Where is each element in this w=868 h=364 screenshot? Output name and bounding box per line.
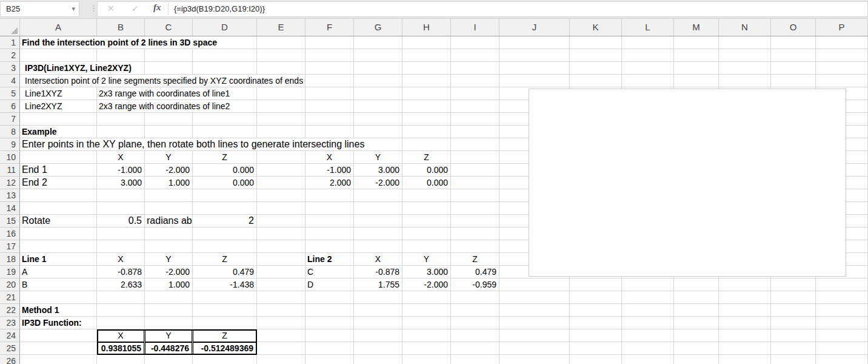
- cell-B25[interactable]: 0.9381055: [97, 342, 144, 355]
- cell-D20[interactable]: -1.438: [193, 278, 256, 291]
- column-header-P[interactable]: P: [816, 19, 868, 36]
- row-header-19[interactable]: 19: [0, 266, 20, 278]
- row-header-3[interactable]: 3: [0, 62, 20, 75]
- cell-I20[interactable]: -0.959: [451, 278, 499, 291]
- row-header-12[interactable]: 12: [0, 177, 20, 189]
- cell-C24[interactable]: Y: [145, 329, 192, 342]
- cell-D15[interactable]: 2: [193, 215, 256, 227]
- column-header-F[interactable]: F: [305, 19, 354, 36]
- formula-input-area[interactable]: ✕ ✓ fx {=ip3d(B19:D20,G19:I20)}: [97, 1, 868, 17]
- row-header-1[interactable]: 1: [0, 36, 20, 49]
- cell-C19[interactable]: -2.000: [145, 266, 192, 278]
- cell-H10[interactable]: Z: [402, 151, 450, 163]
- column-header-E[interactable]: E: [257, 19, 305, 36]
- cell-B6[interactable]: 2x3 range with coordinates of line2: [97, 100, 232, 112]
- cell-F20[interactable]: D: [305, 278, 353, 291]
- row-header-23[interactable]: 23: [0, 317, 20, 329]
- cell-A9[interactable]: Enter points in the XY plane, then rotat…: [20, 138, 366, 150]
- cell-D18[interactable]: Z: [193, 253, 256, 265]
- cell-D10[interactable]: Z: [193, 151, 256, 163]
- row-header-25[interactable]: 25: [0, 342, 20, 355]
- row-header-6[interactable]: 6: [0, 100, 20, 113]
- cell-A19[interactable]: A: [20, 266, 96, 278]
- row-header-18[interactable]: 18: [0, 253, 20, 266]
- cell-B18[interactable]: X: [97, 253, 144, 265]
- row-header-24[interactable]: 24: [0, 329, 20, 342]
- cell-A22[interactable]: Method 1: [20, 304, 96, 316]
- cell-A4[interactable]: Intersection point of 2 line segments sp…: [20, 75, 305, 87]
- cell-G20[interactable]: 1.755: [354, 278, 402, 291]
- column-header-H[interactable]: H: [402, 19, 451, 36]
- cell-D11[interactable]: 0.000: [193, 164, 256, 176]
- column-header-J[interactable]: J: [499, 19, 570, 36]
- select-all-button[interactable]: [0, 19, 20, 36]
- column-header-B[interactable]: B: [97, 19, 145, 36]
- cell-B11[interactable]: -1.000: [97, 164, 144, 176]
- cell-A18[interactable]: Line 1: [20, 253, 96, 265]
- cell-B12[interactable]: 3.000: [97, 177, 144, 189]
- cell-F12[interactable]: 2.000: [305, 177, 353, 189]
- row-header-21[interactable]: 21: [0, 291, 20, 304]
- cell-A8[interactable]: Example: [20, 126, 96, 138]
- cell-C18[interactable]: Y: [145, 253, 192, 265]
- cell-A1[interactable]: Find the intersection point of 2 lines i…: [20, 36, 219, 49]
- cell-I19[interactable]: 0.479: [451, 266, 499, 278]
- cell-C10[interactable]: Y: [145, 151, 192, 163]
- cell-G12[interactable]: -2.000: [354, 177, 402, 189]
- cell-A12[interactable]: End 2: [20, 177, 96, 189]
- cell-A23[interactable]: IP3D Function:: [20, 317, 96, 329]
- cell-H20[interactable]: -2.000: [402, 278, 450, 291]
- row-header-4[interactable]: 4: [0, 75, 20, 87]
- column-header-K[interactable]: K: [570, 19, 622, 36]
- row-header-17[interactable]: 17: [0, 240, 20, 253]
- cell-H18[interactable]: Y: [402, 253, 450, 265]
- cell-A3[interactable]: IP3D(Line1XYZ, Line2XYZ): [20, 62, 133, 74]
- cell-C15[interactable]: radians abo: [145, 215, 192, 227]
- cancel-icon[interactable]: ✕: [107, 4, 115, 13]
- column-header-N[interactable]: N: [719, 19, 771, 36]
- insert-function-icon[interactable]: fx: [153, 2, 161, 13]
- cell-C25[interactable]: -0.448276: [145, 342, 192, 355]
- column-header-D[interactable]: D: [193, 19, 257, 36]
- cell-A5[interactable]: Line1XYZ: [20, 87, 96, 99]
- row-header-8[interactable]: 8: [0, 126, 20, 138]
- cell-B20[interactable]: 2.633: [97, 278, 144, 291]
- cell-I18[interactable]: Z: [451, 253, 499, 265]
- row-header-10[interactable]: 10: [0, 151, 20, 164]
- column-header-M[interactable]: M: [674, 19, 719, 36]
- row-header-7[interactable]: 7: [0, 113, 20, 126]
- enter-icon[interactable]: ✓: [132, 4, 139, 13]
- row-header-5[interactable]: 5: [0, 87, 20, 100]
- cell-B5[interactable]: 2x3 range with coordinates of line1: [97, 87, 232, 99]
- cell-H11[interactable]: 0.000: [402, 164, 450, 176]
- row-header-26[interactable]: 26: [0, 355, 20, 364]
- row-header-20[interactable]: 20: [0, 278, 20, 291]
- row-header-15[interactable]: 15: [0, 215, 20, 228]
- cell-F18[interactable]: Line 2: [305, 253, 353, 265]
- cell-B15[interactable]: 0.5: [97, 215, 144, 227]
- row-header-9[interactable]: 9: [0, 138, 20, 151]
- row-header-11[interactable]: 11: [0, 164, 20, 177]
- cell-B10[interactable]: X: [97, 151, 144, 163]
- cell-A20[interactable]: B: [20, 278, 96, 291]
- cell-C11[interactable]: -2.000: [145, 164, 192, 176]
- row-header-16[interactable]: 16: [0, 228, 20, 240]
- cell-B24[interactable]: X: [97, 329, 144, 342]
- cell-B19[interactable]: -0.878: [97, 266, 144, 278]
- cell-F19[interactable]: C: [305, 266, 353, 278]
- column-header-C[interactable]: C: [145, 19, 193, 36]
- column-header-O[interactable]: O: [771, 19, 816, 36]
- chart-xy-plane[interactable]: [529, 89, 846, 277]
- cell-F10[interactable]: X: [305, 151, 353, 163]
- row-header-13[interactable]: 13: [0, 189, 20, 202]
- cell-A15[interactable]: Rotate: [20, 215, 96, 227]
- cell-A11[interactable]: End 1: [20, 164, 96, 176]
- cell-C20[interactable]: 1.000: [145, 278, 192, 291]
- row-header-2[interactable]: 2: [0, 49, 20, 62]
- cell-C12[interactable]: 1.000: [145, 177, 192, 189]
- column-header-I[interactable]: I: [451, 19, 499, 36]
- cell-D19[interactable]: 0.479: [193, 266, 256, 278]
- column-header-A[interactable]: A: [20, 19, 97, 36]
- cell-F11[interactable]: -1.000: [305, 164, 353, 176]
- cell-G10[interactable]: Y: [354, 151, 402, 163]
